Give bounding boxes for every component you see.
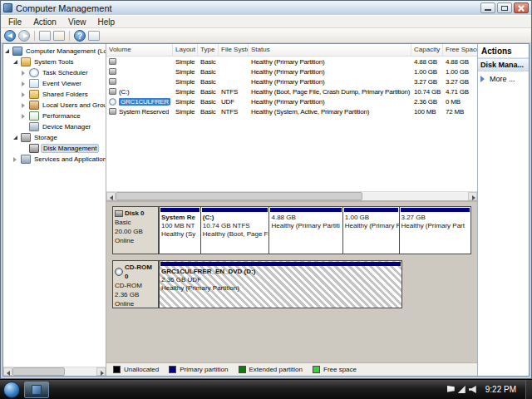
scrollbar-thumb[interactable] (116, 192, 362, 200)
column-header-capacity[interactable]: Capacity (411, 44, 443, 56)
tree-item-services-and-applications[interactable]: Services and Applications (3, 154, 106, 165)
cd-rom-0-block: CD-ROM 0 CD-ROM 2.36 GB Online GRC1CULFR… (112, 260, 471, 308)
legend-free-space: Free space (313, 366, 357, 373)
volume-list-header: Volume Layout Type File System Status Ca… (106, 44, 477, 57)
minimize-button[interactable] (480, 2, 495, 13)
menu-help[interactable]: Help (91, 17, 121, 27)
scroll-right-arrow[interactable] (96, 367, 106, 376)
tree-item-local-users-and-groups[interactable]: Local Users and Groups (3, 100, 106, 111)
volume-row-system-reserved[interactable]: System Reserved Simple Basic NTFS Health… (106, 106, 477, 116)
tree-item-performance[interactable]: Performance (3, 111, 106, 121)
primary-partition-color-bar (344, 208, 398, 212)
console-tree: Computer Management (Local System Tools … (3, 44, 106, 367)
disk-0-info[interactable]: Disk 0 Basic 20.00 GB Online (112, 206, 159, 254)
maximize-button[interactable] (497, 2, 512, 13)
volume-row-dvd-selected[interactable]: GRC1CULFRER_EN... Simple Basic UDF Healt… (106, 96, 477, 106)
column-header-status[interactable]: Status (249, 44, 411, 56)
network-icon[interactable] (458, 386, 466, 393)
scroll-right-arrow[interactable] (468, 192, 477, 200)
expander-icon[interactable] (22, 103, 29, 108)
close-button[interactable] (514, 2, 529, 13)
volume-rows: Simple Basic Healthy (Primary Partition)… (106, 57, 477, 191)
partition-1-00-gb[interactable]: 1.00 GB Healthy (Primary P (343, 206, 400, 254)
expander-icon[interactable] (22, 114, 29, 119)
expander-icon[interactable] (22, 71, 29, 76)
partition-legend: Unallocated Primary partition Extended p… (106, 362, 477, 376)
menu-file[interactable]: File (2, 17, 27, 27)
volume-row[interactable]: Simple Basic Healthy (Primary Partition)… (106, 66, 477, 76)
legend-primary-partition: Primary partition (169, 366, 228, 373)
disk-0-partitions: System Re 100 MB NT Healthy (Sy (C:) 10.… (159, 206, 471, 254)
tree-item-system-tools[interactable]: System Tools (3, 57, 106, 67)
column-header-layout[interactable]: Layout (173, 44, 198, 56)
menu-view[interactable]: View (62, 17, 92, 27)
action-center-icon[interactable] (447, 386, 455, 393)
tree-item-disk-management[interactable]: Disk Management (3, 143, 106, 154)
expander-icon[interactable] (5, 49, 12, 53)
volume-disk-icon (109, 58, 116, 65)
taskbar-button-computer-management[interactable] (24, 382, 49, 398)
help-icon[interactable]: ? (74, 30, 86, 42)
tree-item-event-viewer[interactable]: Event Viewer (3, 78, 106, 89)
export-list-icon[interactable] (53, 31, 65, 41)
expander-icon[interactable] (13, 157, 21, 162)
system-tray: 9:22 PM (447, 380, 532, 399)
volume-row[interactable]: Simple Basic Healthy (Primary Partition)… (106, 76, 477, 86)
partition-c-drive[interactable]: (C:) 10.74 GB NTFS Healthy (Boot, Page F… (201, 206, 270, 254)
disk-0-block: Disk 0 Basic 20.00 GB Online System Re 1… (112, 206, 471, 254)
more-actions-item[interactable]: More ... (478, 71, 529, 86)
primary-partition-color-bar (202, 208, 268, 212)
back-arrow-icon[interactable] (4, 30, 16, 42)
primary-partition-color-bar (160, 208, 200, 212)
expander-icon[interactable] (22, 92, 29, 97)
show-console-tree-icon[interactable] (39, 31, 51, 41)
device-manager-icon (29, 122, 39, 131)
computer-management-taskbar-icon (32, 385, 42, 395)
partition-3-27-gb[interactable]: 3.27 GB Healthy (Primary Part (400, 206, 471, 254)
column-header-volume[interactable]: Volume (106, 44, 173, 56)
column-header-file-system[interactable]: File System (219, 44, 249, 56)
refresh-icon[interactable] (88, 31, 100, 41)
cd-rom-0-info[interactable]: CD-ROM 0 CD-ROM 2.36 GB Online (112, 260, 159, 308)
column-header-free-space[interactable]: Free Space (443, 44, 480, 56)
partition-dvd-selected[interactable]: GRC1CULFRER_EN_DVD (D:) 2.36 GB UDF Heal… (159, 260, 402, 308)
taskbar-clock[interactable]: 9:22 PM (480, 385, 522, 394)
expander-icon[interactable] (22, 81, 29, 86)
toolbar-separator (34, 31, 35, 41)
cd-rom-icon (115, 268, 123, 276)
menu-action[interactable]: Action (27, 17, 62, 27)
free-space-color-swatch (313, 366, 320, 373)
actions-pane: Actions Disk Mana... More ... (477, 44, 529, 376)
expander-icon[interactable] (13, 60, 21, 64)
scrollbar-thumb[interactable] (12, 367, 65, 376)
users-icon (29, 101, 39, 110)
scroll-left-arrow[interactable] (3, 367, 12, 376)
show-desktop-button[interactable] (525, 380, 532, 399)
partition-4-88-gb[interactable]: 4.88 GB Healthy (Primary Partiti (269, 206, 342, 254)
primary-partition-color-bar (401, 208, 470, 212)
tree-item-computer-management[interactable]: Computer Management (Local (3, 46, 106, 57)
start-button[interactable] (3, 382, 20, 398)
cd-rom-0-partitions: GRC1CULFRER_EN_DVD (D:) 2.36 GB UDF Heal… (159, 260, 471, 308)
volume-row[interactable]: Simple Basic Healthy (Primary Partition)… (106, 57, 477, 66)
volume-row-c-drive[interactable]: (C:) Simple Basic NTFS Healthy (Boot, Pa… (106, 86, 477, 96)
console-main-area: Computer Management (Local System Tools … (2, 43, 530, 377)
computer-management-icon (3, 3, 12, 12)
actions-disk-management-section[interactable]: Disk Mana... (478, 58, 529, 71)
partition-system-reserved[interactable]: System Re 100 MB NT Healthy (Sy (159, 206, 201, 254)
volume-list-horizontal-scrollbar[interactable] (106, 191, 477, 200)
primary-partition-color-swatch (169, 366, 176, 373)
volume-icon[interactable] (469, 386, 476, 393)
forward-arrow-icon[interactable] (18, 30, 30, 42)
tree-item-device-manager[interactable]: Device Manager (3, 121, 106, 132)
tree-item-task-scheduler[interactable]: Task Scheduler (3, 67, 106, 78)
tree-item-storage[interactable]: Storage (3, 132, 106, 143)
scroll-left-arrow[interactable] (106, 192, 116, 200)
volume-disk-icon (109, 88, 116, 95)
expander-icon[interactable] (13, 135, 21, 140)
extended-partition-color-swatch (239, 366, 246, 373)
tree-horizontal-scrollbar[interactable] (3, 367, 106, 376)
tree-item-shared-folders[interactable]: Shared Folders (3, 89, 106, 100)
more-actions-arrow-icon (480, 76, 487, 82)
column-header-type[interactable]: Type (198, 44, 219, 56)
